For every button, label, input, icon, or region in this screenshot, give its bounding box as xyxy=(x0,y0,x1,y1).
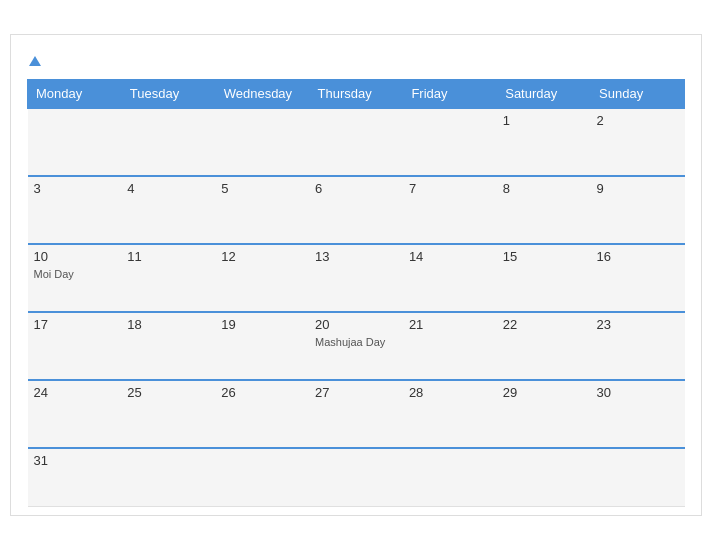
calendar-week-row: 10Moi Day111213141516 xyxy=(28,244,685,312)
calendar-day-cell: 27 xyxy=(309,380,403,448)
calendar-day-cell: 1 xyxy=(497,108,591,176)
calendar-header xyxy=(27,51,685,67)
logo-triangle-icon xyxy=(29,56,41,66)
day-number: 13 xyxy=(315,249,397,264)
day-number: 28 xyxy=(409,385,491,400)
weekday-header-tuesday: Tuesday xyxy=(121,80,215,109)
calendar-day-cell xyxy=(215,108,309,176)
calendar-day-cell: 14 xyxy=(403,244,497,312)
calendar-table: MondayTuesdayWednesdayThursdayFridaySatu… xyxy=(27,79,685,507)
calendar-day-cell: 6 xyxy=(309,176,403,244)
day-event: Moi Day xyxy=(34,268,74,280)
calendar-week-row: 3456789 xyxy=(28,176,685,244)
day-number: 9 xyxy=(597,181,679,196)
weekday-header-wednesday: Wednesday xyxy=(215,80,309,109)
calendar-day-cell: 21 xyxy=(403,312,497,380)
day-event: Mashujaa Day xyxy=(315,336,385,348)
day-number: 26 xyxy=(221,385,303,400)
calendar-day-cell: 29 xyxy=(497,380,591,448)
calendar-day-cell: 2 xyxy=(591,108,685,176)
logo xyxy=(27,51,41,67)
weekday-header-thursday: Thursday xyxy=(309,80,403,109)
day-number: 4 xyxy=(127,181,209,196)
calendar-day-cell: 18 xyxy=(121,312,215,380)
calendar-day-cell: 11 xyxy=(121,244,215,312)
calendar-week-row: 31 xyxy=(28,448,685,506)
calendar-week-row: 24252627282930 xyxy=(28,380,685,448)
weekday-header-monday: Monday xyxy=(28,80,122,109)
day-number: 3 xyxy=(34,181,116,196)
day-number: 10 xyxy=(34,249,116,264)
day-number: 21 xyxy=(409,317,491,332)
calendar-week-row: 17181920Mashujaa Day212223 xyxy=(28,312,685,380)
calendar-day-cell xyxy=(28,108,122,176)
calendar-day-cell: 12 xyxy=(215,244,309,312)
day-number: 29 xyxy=(503,385,585,400)
calendar-day-cell: 4 xyxy=(121,176,215,244)
calendar-day-cell: 19 xyxy=(215,312,309,380)
weekday-header-friday: Friday xyxy=(403,80,497,109)
weekday-header-row: MondayTuesdayWednesdayThursdayFridaySatu… xyxy=(28,80,685,109)
calendar-day-cell xyxy=(309,448,403,506)
day-number: 14 xyxy=(409,249,491,264)
calendar-day-cell xyxy=(403,448,497,506)
day-number: 8 xyxy=(503,181,585,196)
weekday-header-sunday: Sunday xyxy=(591,80,685,109)
calendar-day-cell: 24 xyxy=(28,380,122,448)
day-number: 16 xyxy=(597,249,679,264)
day-number: 18 xyxy=(127,317,209,332)
day-number: 15 xyxy=(503,249,585,264)
day-number: 2 xyxy=(597,113,679,128)
calendar-day-cell: 10Moi Day xyxy=(28,244,122,312)
calendar-day-cell: 25 xyxy=(121,380,215,448)
calendar-day-cell xyxy=(215,448,309,506)
day-number: 1 xyxy=(503,113,585,128)
calendar-day-cell xyxy=(309,108,403,176)
calendar-container: MondayTuesdayWednesdayThursdayFridaySatu… xyxy=(10,34,702,515)
day-number: 30 xyxy=(597,385,679,400)
day-number: 20 xyxy=(315,317,397,332)
day-number: 7 xyxy=(409,181,491,196)
calendar-day-cell: 28 xyxy=(403,380,497,448)
calendar-day-cell: 31 xyxy=(28,448,122,506)
calendar-day-cell: 9 xyxy=(591,176,685,244)
day-number: 24 xyxy=(34,385,116,400)
calendar-day-cell: 22 xyxy=(497,312,591,380)
calendar-day-cell: 5 xyxy=(215,176,309,244)
day-number: 31 xyxy=(34,453,116,468)
calendar-day-cell: 15 xyxy=(497,244,591,312)
calendar-day-cell xyxy=(121,108,215,176)
calendar-day-cell: 7 xyxy=(403,176,497,244)
calendar-day-cell xyxy=(403,108,497,176)
day-number: 23 xyxy=(597,317,679,332)
calendar-day-cell: 30 xyxy=(591,380,685,448)
calendar-day-cell: 23 xyxy=(591,312,685,380)
calendar-day-cell xyxy=(591,448,685,506)
calendar-day-cell: 8 xyxy=(497,176,591,244)
day-number: 17 xyxy=(34,317,116,332)
day-number: 12 xyxy=(221,249,303,264)
day-number: 22 xyxy=(503,317,585,332)
calendar-day-cell xyxy=(121,448,215,506)
day-number: 6 xyxy=(315,181,397,196)
day-number: 11 xyxy=(127,249,209,264)
day-number: 25 xyxy=(127,385,209,400)
calendar-day-cell: 26 xyxy=(215,380,309,448)
calendar-day-cell: 16 xyxy=(591,244,685,312)
weekday-header-saturday: Saturday xyxy=(497,80,591,109)
calendar-week-row: 12 xyxy=(28,108,685,176)
calendar-day-cell: 17 xyxy=(28,312,122,380)
calendar-day-cell xyxy=(497,448,591,506)
calendar-day-cell: 13 xyxy=(309,244,403,312)
day-number: 27 xyxy=(315,385,397,400)
calendar-day-cell: 3 xyxy=(28,176,122,244)
day-number: 5 xyxy=(221,181,303,196)
calendar-day-cell: 20Mashujaa Day xyxy=(309,312,403,380)
day-number: 19 xyxy=(221,317,303,332)
